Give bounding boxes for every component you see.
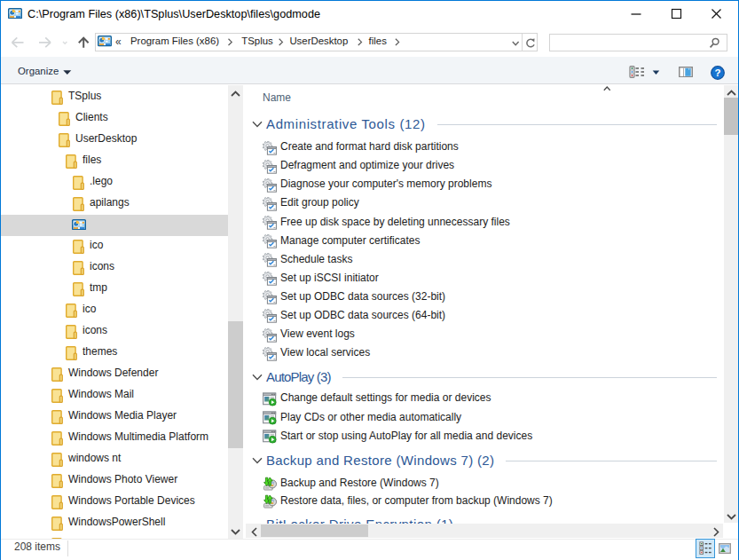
- svg-text:?: ?: [714, 67, 720, 78]
